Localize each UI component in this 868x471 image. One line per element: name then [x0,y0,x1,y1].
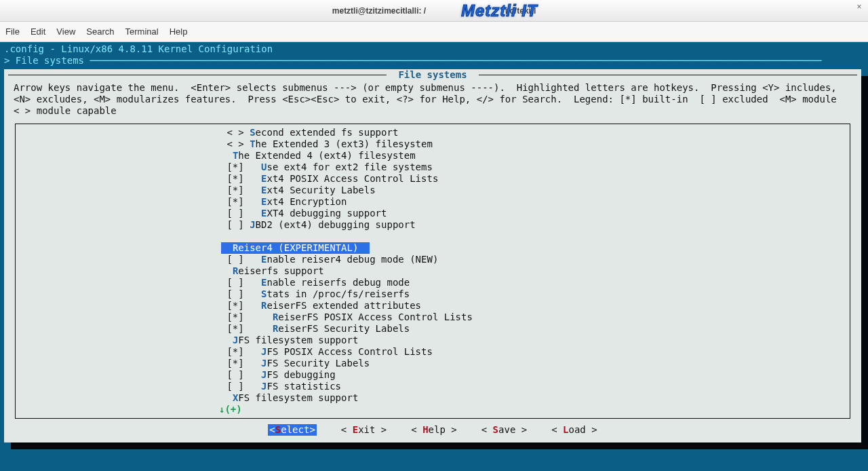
button-elect[interactable]: <Select> [268,424,316,436]
panel-title: File systems [4,69,861,81]
option-item[interactable]: [ ] Enable reiserfs debug mode [16,277,850,288]
menu-file[interactable]: File [5,26,20,37]
close-icon[interactable]: × [854,3,864,12]
menu-help[interactable]: Help [170,26,188,37]
option-item[interactable]: [*] Ext4 Security Labels [16,185,850,196]
menu-view[interactable]: View [56,26,75,37]
titlebar: metztli@tzitzimecitlalli: / ild/tekitl M… [0,0,868,22]
menu-terminal[interactable]: Terminal [125,26,159,37]
watermark-logo: Metztli IT [461,1,538,20]
option-row[interactable]: Reiser4 (EXPERIMENTAL) [16,242,850,254]
button-ave[interactable]: < Save > [481,424,527,436]
option-item[interactable]: [ ] Stats in /proc/fs/reiserfs [16,288,850,300]
option-item[interactable]: [*] JFS Security Labels [16,358,850,369]
menubar: File Edit View Search Terminal Help [0,22,868,42]
option-item[interactable]: [*] Ext4 Encryption [16,196,850,208]
option-item[interactable]: The Extended 4 (ext4) filesystem [16,150,850,162]
option-item[interactable]: [*] ReiserFS extended attributes [16,300,850,312]
option-item[interactable]: [*] Use ext4 for ext2 file systems [16,162,850,173]
option-item[interactable]: JFS filesystem support [16,335,850,346]
option-item[interactable]: [ ] Enable reiser4 debug mode (NEW) [16,254,850,265]
button-oad[interactable]: < Load > [551,424,597,436]
window-title: metztli@tzitzimecitlalli: / ild/tekitl [0,6,868,16]
option-item[interactable]: [ ] EXT4 debugging support [16,208,850,219]
button-elp[interactable]: < Help > [411,424,456,436]
option-item[interactable]: Reiserfs support [16,265,850,277]
option-item[interactable]: [*] Ext4 POSIX Access Control Lists [16,173,850,185]
option-item[interactable]: [*] JFS POSIX Access Control Lists [16,346,850,358]
instructions: Arrow keys navigate the menu. <Enter> se… [4,81,861,121]
more-below-indicator: ↓(+) [16,404,850,415]
option-item[interactable]: [ ] JFS statistics [16,381,850,392]
button-row: <Select>< Exit >< Help >< Save >< Load > [4,419,861,440]
option-item[interactable]: < > The Extended 3 (ext3) filesystem [16,138,850,150]
option-list[interactable]: < > Second extended fs support < > The E… [15,124,850,419]
button-xit[interactable]: < Exit > [341,424,387,436]
option-item[interactable]: XFS filesystem support [16,392,850,404]
breadcrumb: > File systems ─────────────────────────… [1,55,867,67]
option-item[interactable]: [ ] JBD2 (ext4) debugging support [16,219,850,231]
terminal[interactable]: .config - Linux/x86 4.8.11 Kernel Config… [0,42,868,471]
option-selected[interactable]: Reiser4 (EXPERIMENTAL) [221,242,369,254]
config-title: .config - Linux/x86 4.8.11 Kernel Config… [1,43,867,55]
option-item[interactable]: [*] ReiserFS Security Labels [16,323,850,335]
menu-edit[interactable]: Edit [31,26,45,37]
menu-search[interactable]: Search [86,26,114,37]
menuconfig-window: File systems Arrow keys navigate the men… [4,69,861,442]
option-item[interactable]: < > Second extended fs support [16,127,850,138]
option-item[interactable]: [*] ReiserFS POSIX Access Control Lists [16,312,850,323]
option-item[interactable]: [ ] JFS debugging [16,369,850,381]
